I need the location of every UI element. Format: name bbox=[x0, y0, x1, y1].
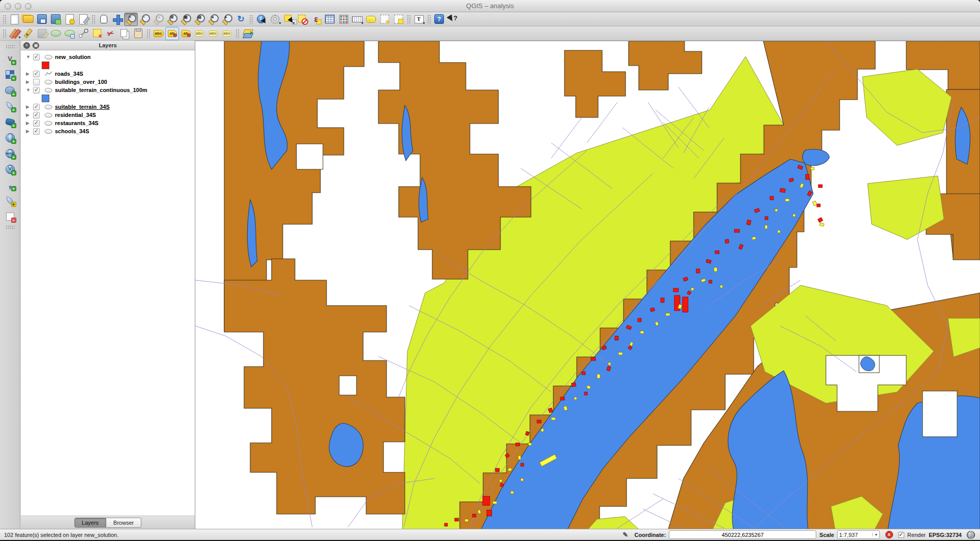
zoom-out-button[interactable]: − bbox=[138, 13, 152, 26]
add-spatialite-layer-button[interactable]: + bbox=[3, 100, 17, 113]
new-project-button[interactable] bbox=[8, 13, 21, 26]
new-memory-layer-button[interactable]: − bbox=[3, 210, 17, 223]
crs-status-icon[interactable] bbox=[965, 529, 977, 541]
label-change-properties-button[interactable]: abc bbox=[220, 27, 234, 40]
building-footprint bbox=[495, 468, 499, 472]
label-pin-unpin-button[interactable]: ab bbox=[165, 27, 179, 40]
add-mssql-layer-button[interactable]: + bbox=[3, 115, 17, 129]
deselect-features-button[interactable] bbox=[295, 13, 309, 26]
open-attribute-table-button[interactable] bbox=[323, 13, 337, 26]
open-project-button[interactable] bbox=[21, 13, 35, 26]
layer-item-residential_34S[interactable]: ▶residential_34S bbox=[21, 111, 195, 119]
map-canvas[interactable] bbox=[195, 41, 980, 529]
toggle-editing-button[interactable] bbox=[21, 27, 35, 40]
add-delimited-text-layer-button[interactable]: ,+ bbox=[3, 178, 17, 192]
stop-render-icon[interactable]: × bbox=[883, 529, 895, 541]
expand-icon[interactable]: ▶ bbox=[26, 129, 33, 134]
render-checkbox[interactable] bbox=[898, 532, 904, 538]
zoom-to-layer-button[interactable]: ▤ bbox=[193, 13, 206, 26]
expand-icon[interactable]: ▶ bbox=[26, 104, 33, 109]
measure-line-button[interactable]: ▼ bbox=[350, 13, 364, 26]
whats-this-button[interactable]: ? bbox=[446, 13, 460, 26]
layer-visibility-checkbox[interactable] bbox=[33, 120, 40, 127]
refresh-map-button[interactable]: ↻ bbox=[234, 13, 248, 26]
cut-features-button[interactable]: ✂ bbox=[104, 27, 117, 40]
zoom-last-button[interactable]: ◂ bbox=[206, 13, 220, 26]
pan-to-selection-button[interactable] bbox=[110, 13, 124, 26]
layer-item-schools_34S[interactable]: ▶schools_34S bbox=[21, 127, 195, 135]
save-project-button[interactable] bbox=[35, 13, 49, 26]
layer-visibility-checkbox[interactable] bbox=[33, 112, 40, 118]
save-project-as-button[interactable] bbox=[49, 13, 63, 26]
zoom-full-button[interactable]: ⊞ bbox=[165, 13, 179, 26]
expand-icon[interactable]: ▶ bbox=[26, 71, 33, 76]
layer-visibility-checkbox[interactable] bbox=[33, 54, 40, 61]
layer-item-suitable_terrain_continuous_100m[interactable]: ▼suitable_terrain_continuous_100m bbox=[21, 86, 195, 94]
add-oracle-layer-button[interactable]: + bbox=[3, 131, 17, 144]
panel-tab-browser[interactable]: Browser bbox=[106, 518, 141, 528]
layer-color-swatch[interactable] bbox=[42, 62, 49, 69]
text-annotation-button[interactable]: T▼ bbox=[412, 13, 426, 26]
copy-features-button[interactable] bbox=[117, 27, 131, 40]
layer-visibility-checkbox[interactable] bbox=[33, 79, 40, 85]
add-raster-layer-button[interactable]: + bbox=[3, 68, 17, 81]
zoom-to-selection-button[interactable]: ▣ bbox=[179, 13, 193, 26]
pan-map-button[interactable] bbox=[97, 13, 110, 26]
pointer-coordinates-icon[interactable]: ✎ bbox=[619, 529, 632, 541]
move-feature-button[interactable] bbox=[63, 27, 76, 40]
delete-selected-button[interactable]: × bbox=[90, 27, 104, 40]
new-print-composer-button[interactable] bbox=[63, 13, 76, 26]
paste-features-button[interactable] bbox=[131, 27, 145, 40]
layer-item-new_solution[interactable]: ▼new_solution bbox=[21, 53, 195, 61]
layer-visibility-checkbox[interactable] bbox=[33, 87, 40, 94]
layer-item-roads_34S[interactable]: ▶roads_34S bbox=[21, 70, 195, 78]
add-wfs-layer-button[interactable]: V+ bbox=[3, 163, 17, 176]
close-panel-icon[interactable]: × bbox=[23, 42, 30, 49]
layer-color-swatch[interactable] bbox=[42, 95, 49, 102]
layer-visibility-checkbox[interactable] bbox=[33, 104, 40, 110]
map-tips-button[interactable] bbox=[364, 13, 378, 26]
select-features-button[interactable]: ▼ bbox=[282, 13, 295, 26]
identify-features-button[interactable]: i bbox=[254, 13, 268, 26]
panel-tab-layers[interactable]: Layers bbox=[74, 518, 106, 528]
field-calculator-button[interactable] bbox=[337, 13, 350, 26]
label-highlight-pinned-button[interactable]: ab bbox=[179, 27, 193, 40]
zoom-native-button[interactable]: 1:1 bbox=[152, 13, 165, 26]
label-rotate-button[interactable]: abc bbox=[206, 27, 220, 40]
add-feature-button[interactable] bbox=[49, 27, 63, 40]
composer-manager-button[interactable] bbox=[76, 13, 90, 26]
float-panel-icon[interactable]: ▣ bbox=[33, 42, 39, 49]
toolbar-grip bbox=[92, 15, 95, 24]
processing-layers-button[interactable]: ➤ bbox=[241, 27, 254, 40]
select-by-expression-button[interactable]: ε bbox=[309, 13, 323, 26]
add-wms-layer-button[interactable]: wms+ bbox=[3, 147, 17, 160]
expand-icon[interactable]: ▶ bbox=[26, 79, 33, 84]
node-tool-button[interactable] bbox=[76, 27, 90, 40]
label-move-button[interactable]: abc bbox=[193, 27, 206, 40]
polygon-geometry-icon bbox=[43, 88, 53, 93]
cut-features-icon: ✂ bbox=[105, 27, 117, 40]
scale-combo[interactable]: 1:7,937 ▼ bbox=[837, 530, 880, 539]
zoom-next-button[interactable]: ▸ bbox=[220, 13, 234, 26]
layer-labeling-options-button[interactable]: abc bbox=[152, 27, 165, 40]
expand-icon[interactable]: ▼ bbox=[26, 54, 33, 59]
help-contents-button[interactable]: ? bbox=[432, 13, 446, 26]
layer-visibility-checkbox[interactable] bbox=[33, 71, 40, 77]
new-spatialite-layer-button[interactable]: ✳▼ bbox=[3, 194, 17, 207]
expand-icon[interactable]: ▶ bbox=[26, 121, 33, 126]
current-edits-button[interactable]: ▼ bbox=[8, 27, 21, 40]
coordinate-input[interactable] bbox=[669, 530, 816, 539]
save-layer-edits-button[interactable] bbox=[35, 27, 49, 40]
add-vector-layer-button[interactable]: V+ bbox=[3, 52, 17, 66]
new-bookmark-button[interactable]: ★ bbox=[378, 13, 392, 26]
show-bookmarks-button[interactable] bbox=[392, 13, 405, 26]
expand-icon[interactable]: ▶ bbox=[26, 112, 33, 117]
add-postgis-layer-button[interactable]: + bbox=[3, 84, 17, 97]
zoom-in-button[interactable]: + bbox=[124, 13, 138, 26]
layer-item-suitable_terrain_34S[interactable]: ▶suitable_terrain_34S bbox=[21, 103, 195, 111]
run-feature-action-button[interactable]: ▼ bbox=[268, 13, 282, 26]
expand-icon[interactable]: ▼ bbox=[26, 87, 33, 93]
layer-item-buildings_over_100[interactable]: ▶buildings_over_100 bbox=[21, 78, 195, 86]
layer-item-restaurants_34S[interactable]: ▶restaurants_34S bbox=[21, 119, 195, 127]
layer-visibility-checkbox[interactable] bbox=[33, 128, 40, 135]
